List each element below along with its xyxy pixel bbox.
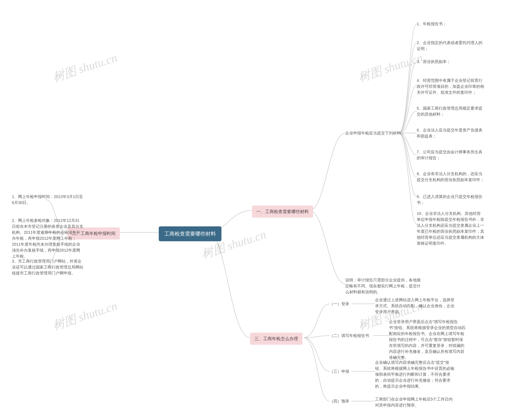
section-three: 三、工商年检怎么办理 <box>250 333 302 345</box>
material-7: 7、公司应当提交由会计师事务所出具的审计报告； <box>417 149 484 161</box>
watermark: 树图 shutu.cn <box>51 50 119 86</box>
material-5: 5、国家工商行政管理总局规定要求提交的其他材料； <box>417 105 484 117</box>
material-8: 8、企业有非法人分支机构的，还应当提交分支机构的营业执照副本复印件； <box>417 171 484 183</box>
step-4-label: （四）预审 <box>329 398 349 404</box>
watermark: 树图 shutu.cn <box>356 50 425 86</box>
material-1: 1、年检报告书； <box>417 21 447 27</box>
materials-label: 企业申报年检应当提交下列材料： <box>345 130 405 136</box>
step-2-desc: 企业登录用户界面后点击"填写年检报告书"按钮。系统将根据登录企业的类型自动匹配相… <box>389 319 466 360</box>
mindmap-canvas: 树图 shutu.cn 树图 shutu.cn 树图 shutu.cn 树图 s… <box>0 0 508 420</box>
section-one-note: 说明：审计报告只需部分企业提供，各地规定略有不同。现在都实行网上年检，提交什么材… <box>345 277 421 295</box>
time-item-2: 2、网上年检参检对象：2012年12月31日前在本市登记注册的各类企业及其分支机… <box>12 218 83 259</box>
time-item-1: 1、网上年检申报时间：2013年3月1日至6月30日。 <box>12 194 83 206</box>
root-node: 工商检查需要哪些材料 <box>159 226 221 241</box>
material-3: 3、营业执照副本； <box>417 59 451 65</box>
material-6: 6、企业法人应当提交年度资产负债表和损益表； <box>417 127 484 139</box>
step-4-desc: 工商部门在企业申报网上年检后5个工作日内对其申报内容进行预审。 <box>375 396 454 408</box>
step-1-label: （一）登录 <box>329 301 349 307</box>
material-9: 9、已进入清算的企业只提交年检报告书； <box>417 194 484 206</box>
material-2: 2、企业指定的代表或者委托代理人的证明； <box>417 40 484 52</box>
time-item-3: 3、市工商行政管理局门户网站，外资企业还可以通过国家工商行政管理总局网站链接市工… <box>12 258 83 276</box>
material-4: 4、经营范围中有属于企业登记前置行政许可经营项目的，加盖企业印章的相关许可证件、… <box>417 77 484 95</box>
section-one: 一、工商检查需要哪些材料 <box>252 206 313 218</box>
step-3-desc: 企业确认填写内容准确完整后点击"提交"按钮。系统将根据网上年检报告书中设置的必输… <box>375 360 454 389</box>
step-2-label: （二）填写年检报告书 <box>329 333 369 338</box>
step-1-desc: 企业通过上述网站进入网上年检平台，选择登录方式。系统自动匹配，确认企业身份，企业… <box>375 297 454 315</box>
material-10: 10、企业非法人分支机构、其他经营单位申报年检除提交年检报告书外，非法人分支机构… <box>417 210 484 246</box>
watermark: 树图 shutu.cn <box>51 298 119 334</box>
step-3-label: （三）申报 <box>329 368 349 374</box>
